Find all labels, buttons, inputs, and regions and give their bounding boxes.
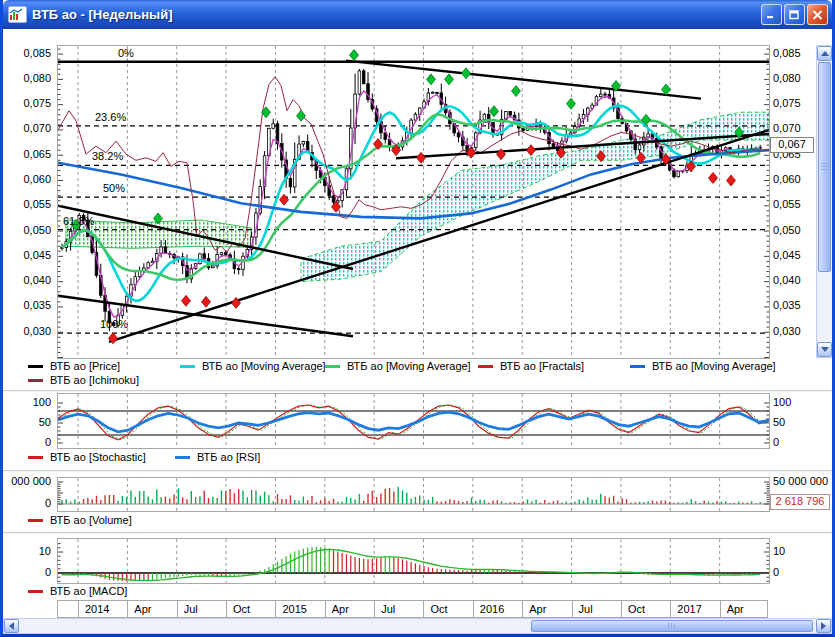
macd-right-tick: 10 <box>773 545 803 558</box>
legend-swatch <box>325 365 340 368</box>
app-icon <box>8 6 27 23</box>
date-cell-Jul: Jul <box>572 601 621 617</box>
date-cell-Apr: Apr <box>522 601 571 617</box>
legend-label: ВТБ ао [Ichimoku] <box>50 374 139 386</box>
fib-label-0: 0% <box>118 47 170 60</box>
main-left-tick: 0,040 <box>11 274 51 287</box>
main-left-tick: 0,075 <box>11 97 51 110</box>
main-left-tick: 0,035 <box>11 299 51 312</box>
main-right-tick: 0,035 <box>773 299 811 312</box>
main-left-tick: 0,030 <box>11 325 51 338</box>
legend-swatch <box>478 365 493 368</box>
date-axis: 2014AprJulOct2015AprJulOct2016AprJulOct2… <box>57 600 768 618</box>
volume-chart[interactable] <box>57 477 770 512</box>
date-cell-Oct: Oct <box>621 601 670 617</box>
panel-separator <box>3 532 832 534</box>
legend-item: ВТБ ао [Volume] <box>28 514 132 526</box>
legend-label: ВТБ ао [Moving Average] <box>652 360 776 372</box>
macd-left-tick: 0 <box>11 566 51 579</box>
main-left-tick: 0,070 <box>11 122 51 135</box>
arrow-up-icon <box>821 51 829 56</box>
legend-swatch <box>28 456 43 459</box>
legend-item: ВТБ ао [MACD] <box>28 585 127 597</box>
legend-item: ВТБ ао [Stochastic] <box>28 451 146 463</box>
window-title: ВТБ ао - [Недельный] <box>32 7 759 22</box>
legend-swatch <box>28 365 43 368</box>
scroll-up-button[interactable] <box>817 46 832 61</box>
legend-label: ВТБ ао [Price] <box>50 360 120 372</box>
main-right-tick: 0,030 <box>773 325 811 338</box>
date-cell-Apr: Apr <box>720 601 769 617</box>
minimize-button[interactable] <box>761 4 782 25</box>
main-right-tick: 0,085 <box>773 47 811 60</box>
main-left-tick: 0,050 <box>11 224 51 237</box>
legend-item: ВТБ ао [Moving Average] <box>325 360 471 372</box>
vertical-scrollbar[interactable] <box>816 45 833 358</box>
macd-left-tick: 10 <box>11 545 51 558</box>
date-cell-Jul: Jul <box>374 601 423 617</box>
date-cell-Apr: Apr <box>127 601 176 617</box>
app-window: ВТБ ао - [Недельный] 0%23.6%38.2%50%61.8… <box>0 0 835 637</box>
legend-item: ВТБ ао [Price] <box>28 360 120 372</box>
main-right-tick: 0,045 <box>773 249 811 262</box>
main-left-tick: 0,055 <box>11 198 51 211</box>
legend-swatch <box>630 365 645 368</box>
legend-label: ВТБ ао [Fractals] <box>500 360 584 372</box>
stoch-left-tick: 50 <box>11 416 51 429</box>
stoch-left-tick: 100 <box>11 396 51 409</box>
macd-legend-row: ВТБ ао [MACD] <box>28 585 528 599</box>
date-cell-Oct: Oct <box>226 601 275 617</box>
legend-swatch <box>28 519 43 522</box>
last-volume-box: 2 618 796 <box>770 494 830 510</box>
main-right-tick: 0,080 <box>773 72 811 85</box>
date-cell-Apr: Apr <box>325 601 374 617</box>
current-price-box: 0,067 <box>770 137 814 153</box>
main-left-tick: 0,060 <box>11 173 51 186</box>
arrow-left-icon <box>9 622 14 630</box>
stochastic-legend-row: ВТБ ао [Stochastic]ВТБ ао [RSI] <box>28 451 528 465</box>
stoch-right-tick: 100 <box>773 396 803 409</box>
close-button[interactable] <box>807 4 828 25</box>
arrow-down-icon <box>821 347 829 352</box>
stoch-right-tick: 50 <box>773 416 803 429</box>
fib-label-23.6: 23.6% <box>95 111 147 124</box>
legend-label: ВТБ ао [Volume] <box>50 514 132 526</box>
scroll-left-button[interactable] <box>4 619 19 633</box>
legend-label: ВТБ ао [Moving Average] <box>347 360 471 372</box>
scroll-right-button[interactable] <box>816 619 831 633</box>
macd-chart[interactable] <box>57 538 770 584</box>
legend-swatch <box>28 590 43 593</box>
legend-item: ВТБ ао [Moving Average] <box>630 360 776 372</box>
horizontal-scrollbar[interactable] <box>3 618 832 634</box>
legend-item: ВТБ ао [RSI] <box>175 451 260 463</box>
legend-label: ВТБ ао [Stochastic] <box>50 451 146 463</box>
legend-swatch <box>175 456 190 459</box>
fib-label-100: 100% <box>100 318 152 331</box>
horizontal-scroll-thumb[interactable] <box>531 620 813 632</box>
date-cell-2015: 2015 <box>275 601 324 617</box>
title-bar[interactable]: ВТБ ао - [Недельный] <box>3 0 832 29</box>
panel-separator <box>3 390 832 392</box>
stoch-right-tick: 0 <box>773 436 803 449</box>
main-left-tick: 0,080 <box>11 72 51 85</box>
main-right-tick: 0,075 <box>773 97 811 110</box>
legend-label: ВТБ ао [RSI] <box>197 451 260 463</box>
date-cell-2014: 2014 <box>78 601 127 617</box>
date-cell-Oct: Oct <box>423 601 472 617</box>
stochastic-rsi-chart[interactable] <box>57 393 770 449</box>
stoch-left-tick: 0 <box>11 436 51 449</box>
legend-swatch <box>180 365 195 368</box>
main-legend-row-1: ВТБ ао [Price]ВТБ ао [Moving Average]ВТБ… <box>28 360 808 374</box>
fib-label-61.8: 61.8% <box>63 215 115 228</box>
vertical-scroll-thumb[interactable] <box>818 62 831 272</box>
scroll-down-button[interactable] <box>817 342 832 357</box>
maximize-button[interactable] <box>784 4 805 25</box>
date-cell-2016: 2016 <box>473 601 522 617</box>
fib-label-50: 50% <box>103 182 155 195</box>
legend-label: ВТБ ао [Moving Average] <box>202 360 326 372</box>
main-right-tick: 0,050 <box>773 224 811 237</box>
macd-right-tick: 0 <box>773 566 803 579</box>
main-right-tick: 0,070 <box>773 122 811 135</box>
main-right-tick: 0,055 <box>773 198 811 211</box>
main-price-chart[interactable] <box>57 45 770 359</box>
